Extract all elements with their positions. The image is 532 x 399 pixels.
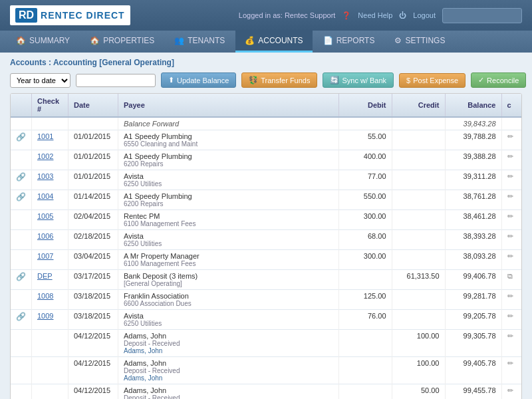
debit-cell: 300.00 bbox=[338, 210, 392, 230]
table-row: 04/12/2015 Adams, JohnDeposit - Received… bbox=[11, 330, 521, 357]
check-link[interactable]: 1002 bbox=[37, 152, 53, 160]
edit-icon-cell: ✏ bbox=[501, 250, 521, 270]
edit-icon-cell: ✏ bbox=[501, 357, 521, 384]
check-link[interactable]: 1001 bbox=[37, 132, 53, 140]
balance-cell: 99,406.78 bbox=[445, 270, 501, 290]
credit-cell bbox=[392, 290, 445, 310]
edit-icon[interactable]: ✏ bbox=[507, 212, 513, 220]
check-number-cell bbox=[32, 384, 68, 400]
edit-icon[interactable]: ✏ bbox=[507, 386, 513, 394]
nav-accounts[interactable]: 💰 ACCOUNTS bbox=[235, 31, 312, 53]
edit-icon[interactable]: ✏ bbox=[507, 292, 513, 300]
payee-sublabel: Deposit - Received bbox=[124, 394, 333, 399]
check-number-cell: 1009 bbox=[32, 310, 68, 330]
check-link[interactable]: DEP bbox=[37, 272, 53, 280]
logout-link[interactable]: Logout bbox=[413, 11, 436, 19]
attachment-icon-cell: 🔗 bbox=[11, 270, 32, 290]
logo-box: RD RENTEC DIRECT bbox=[10, 5, 130, 25]
payee-name: A1 Speedy Plumbing bbox=[124, 192, 333, 200]
payee-cell: Avista6250 Utilities bbox=[118, 310, 339, 330]
check-number-cell: 1008 bbox=[32, 290, 68, 310]
help-link[interactable]: Need Help bbox=[358, 11, 392, 19]
check-number-cell: 1001 bbox=[32, 130, 68, 150]
edit-icon[interactable]: ✏ bbox=[507, 192, 513, 200]
credit-cell bbox=[392, 310, 445, 330]
update-balance-button[interactable]: ⬆ Update Balance bbox=[161, 72, 236, 88]
payee-name: Franklin Association bbox=[124, 292, 333, 300]
col-header-debit: Debit bbox=[338, 94, 392, 117]
nav-summary[interactable]: 🏠 SUMMARY bbox=[7, 31, 79, 53]
edit-icon[interactable]: ✏ bbox=[507, 252, 513, 260]
payee-sublabel: 6250 Utilities bbox=[124, 320, 333, 327]
balance-cell: 38,761.28 bbox=[445, 190, 501, 210]
col-header-payee: Payee bbox=[118, 94, 339, 117]
header-search-input[interactable] bbox=[442, 8, 522, 23]
debit-cell: 300.00 bbox=[338, 250, 392, 270]
date-cell: 01/14/2015 bbox=[68, 190, 118, 210]
check-link[interactable]: 1008 bbox=[37, 292, 53, 300]
transfer-funds-button[interactable]: 💱 Transfer Funds bbox=[241, 72, 317, 88]
date-cell: 01/01/2015 bbox=[68, 150, 118, 170]
edit-icon[interactable]: ✏ bbox=[507, 152, 513, 160]
reports-icon: 📄 bbox=[323, 36, 333, 45]
edit-icon[interactable]: ✏ bbox=[507, 232, 513, 240]
check-number-cell: DEP bbox=[32, 270, 68, 290]
check-link[interactable]: 1005 bbox=[37, 212, 53, 220]
copy-icon-cell: ⧉ bbox=[501, 270, 521, 290]
payee-name: A1 Speedy Plumbing bbox=[124, 132, 333, 140]
edit-icon[interactable]: ✏ bbox=[507, 312, 513, 320]
credit-cell bbox=[392, 150, 445, 170]
payee-cell: A1 Speedy Plumbing6200 Repairs bbox=[118, 190, 339, 210]
settings-icon: ⚙ bbox=[394, 36, 402, 45]
nav-reports[interactable]: 📄 REPORTS bbox=[314, 31, 384, 53]
payee-sublabel: 6100 Management Fees bbox=[124, 220, 333, 227]
check-link[interactable]: 1009 bbox=[37, 312, 53, 320]
check-number-cell: 1005 bbox=[32, 210, 68, 230]
payee-name: Avista bbox=[124, 232, 333, 240]
payee-sublabel: 6600 Association Dues bbox=[124, 300, 333, 307]
payee-sublabel: 6250 Utilities bbox=[124, 180, 333, 188]
check-link[interactable]: 1006 bbox=[37, 232, 53, 240]
header-right: Logged in as: Rentec Support ❓ Need Help… bbox=[239, 8, 522, 23]
logged-in-label: Logged in as: Rentec Support bbox=[239, 11, 336, 19]
reconcile-button[interactable]: ✓ Reconcile bbox=[471, 72, 526, 88]
debit-cell: 76.00 bbox=[338, 310, 392, 330]
check-number-cell: 1002 bbox=[32, 150, 68, 170]
edit-icon[interactable]: ✏ bbox=[507, 332, 513, 340]
check-number-cell bbox=[32, 330, 68, 357]
date-filter-select[interactable]: Year to date This month Last month All d… bbox=[10, 73, 70, 88]
edit-icon-cell: ✏ bbox=[501, 290, 521, 310]
edit-icon[interactable]: ✏ bbox=[507, 359, 513, 367]
nav-properties[interactable]: 🏠 PROPERTIES bbox=[80, 31, 164, 53]
post-expense-button[interactable]: $ Post Expense bbox=[399, 73, 466, 88]
col-header-c: c bbox=[501, 94, 521, 117]
check-link[interactable]: 1003 bbox=[37, 172, 53, 180]
credit-cell: 50.00 bbox=[392, 384, 445, 400]
date-cell bbox=[68, 117, 118, 130]
edit-icon-cell: ✏ bbox=[501, 310, 521, 330]
nav-tenants[interactable]: 👥 TENANTS bbox=[165, 31, 234, 53]
table-row: 🔗 1004 01/14/2015 A1 Speedy Plumbing6200… bbox=[11, 190, 521, 210]
date-cell: 02/18/2015 bbox=[68, 230, 118, 250]
payee-name: Avista bbox=[124, 172, 333, 180]
edit-icon-cell: ✏ bbox=[501, 190, 521, 210]
sync-bank-button[interactable]: 🔄 Sync w/ Bank bbox=[323, 72, 394, 88]
search-input[interactable] bbox=[76, 74, 156, 87]
check-link[interactable]: 1004 bbox=[37, 192, 53, 200]
copy-icon[interactable]: ⧉ bbox=[507, 272, 513, 280]
check-link[interactable]: 1007 bbox=[37, 252, 53, 260]
date-cell: 04/12/2015 bbox=[68, 357, 118, 384]
col-header-check: Check # bbox=[32, 94, 68, 117]
payee-name: Adams, John bbox=[124, 332, 333, 340]
edit-icon[interactable]: ✏ bbox=[507, 132, 513, 140]
debit-cell: 68.00 bbox=[338, 230, 392, 250]
check-number-cell: 1006 bbox=[32, 230, 68, 250]
table-row: 🔗 1003 01/01/2015 Avista6250 Utilities 7… bbox=[11, 170, 521, 190]
nav-settings[interactable]: ⚙ SETTINGS bbox=[385, 31, 454, 53]
table-body: Balance Forward 39,843.28 🔗 1001 01/01/2… bbox=[11, 117, 521, 399]
table-header-row: Check # Date Payee Debit Credit Balance … bbox=[11, 94, 521, 117]
transactions-table: Check # Date Payee Debit Credit Balance … bbox=[11, 94, 521, 399]
date-cell: 01/01/2015 bbox=[68, 170, 118, 190]
edit-icon[interactable]: ✏ bbox=[507, 172, 513, 180]
debit-cell: 125.00 bbox=[338, 290, 392, 310]
